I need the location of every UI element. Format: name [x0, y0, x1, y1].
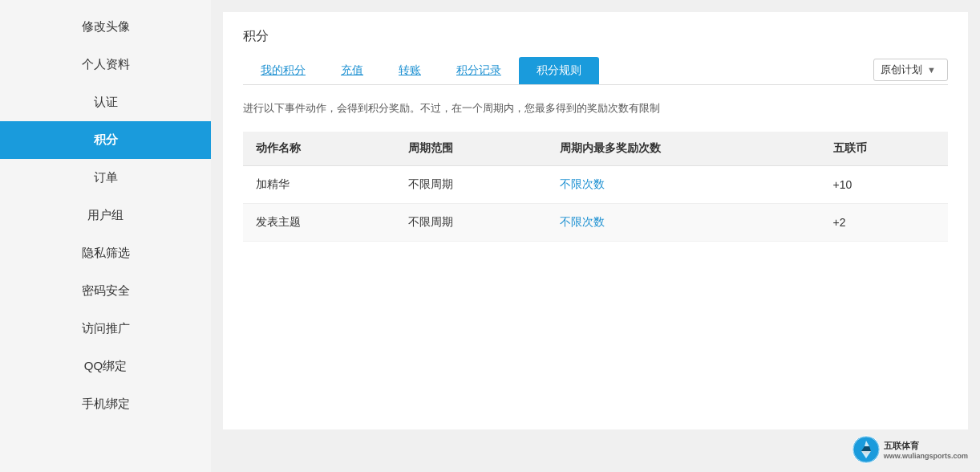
- footer-logo: 五联体育 www.wuliangsports.com: [852, 435, 968, 464]
- rules-table: 动作名称周期范围周期内最多奖励次数五联币 加精华不限周期不限次数+10发表主题不…: [243, 132, 948, 242]
- dropdown-arrow-icon: ▼: [927, 65, 936, 75]
- main-content: 积分 我的积分充值转账积分记录积分规则 原创计划 ▼ 进行以下事件动作，会得到积…: [211, 0, 980, 472]
- tab-recharge[interactable]: 充值: [323, 57, 381, 84]
- table-header-coin: 五联币: [820, 132, 948, 166]
- sidebar-item-qq[interactable]: QQ绑定: [0, 348, 211, 385]
- sidebar-item-promotion[interactable]: 访问推广: [0, 310, 211, 348]
- dropdown-label: 原创计划: [881, 63, 922, 77]
- cell-cycle: 不限周期: [395, 204, 548, 242]
- cell-coin: +10: [820, 166, 948, 204]
- sidebar-item-phone[interactable]: 手机绑定: [0, 385, 211, 423]
- description-text: 进行以下事件动作，会得到积分奖励。不过，在一个周期内，您最多得到的奖励次数有限制: [243, 101, 948, 116]
- tab-mypoints[interactable]: 我的积分: [243, 57, 323, 84]
- logo-site-name: 五联体育: [884, 440, 968, 452]
- cell-cycle: 不限周期: [395, 166, 548, 204]
- table-header-action: 动作名称: [243, 132, 395, 166]
- sidebar-item-privacy[interactable]: 隐私筛选: [0, 234, 211, 272]
- table-body: 加精华不限周期不限次数+10发表主题不限周期不限次数+2: [243, 166, 948, 242]
- table-header-limit: 周期内最多奖励次数: [547, 132, 820, 166]
- table-row: 加精华不限周期不限次数+10: [243, 166, 948, 204]
- sidebar-item-verify[interactable]: 认证: [0, 83, 211, 121]
- sidebar-item-avatar[interactable]: 修改头像: [0, 8, 211, 46]
- logo-ball-icon: [852, 435, 881, 464]
- cell-limit: 不限次数: [547, 204, 820, 242]
- table-row: 发表主题不限周期不限次数+2: [243, 204, 948, 242]
- sidebar-item-orders[interactable]: 订单: [0, 159, 211, 197]
- page-title: 积分: [243, 28, 948, 45]
- sidebar-item-profile[interactable]: 个人资料: [0, 46, 211, 83]
- sidebar-item-security[interactable]: 密码安全: [0, 272, 211, 310]
- sidebar: 修改头像个人资料认证积分订单用户组隐私筛选密码安全访问推广QQ绑定手机绑定: [0, 0, 211, 472]
- dropdown-select[interactable]: 原创计划 ▼: [873, 59, 948, 81]
- tab-rules[interactable]: 积分规则: [519, 57, 599, 84]
- sidebar-item-points[interactable]: 积分: [0, 121, 211, 159]
- table-header-cycle: 周期范围: [395, 132, 548, 166]
- cell-limit: 不限次数: [547, 166, 820, 204]
- cell-action: 发表主题: [243, 204, 395, 242]
- table-header: 动作名称周期范围周期内最多奖励次数五联币: [243, 132, 948, 166]
- logo-site-url: www.wuliangsports.com: [884, 452, 968, 460]
- tabs-bar: 我的积分充值转账积分记录积分规则 原创计划 ▼: [243, 57, 948, 85]
- tab-history[interactable]: 积分记录: [439, 57, 519, 84]
- sidebar-item-usergroup[interactable]: 用户组: [0, 197, 211, 234]
- tab-transfer[interactable]: 转账: [381, 57, 439, 84]
- cell-coin: +2: [820, 204, 948, 242]
- content-box: 积分 我的积分充值转账积分记录积分规则 原创计划 ▼ 进行以下事件动作，会得到积…: [223, 12, 968, 429]
- cell-action: 加精华: [243, 166, 395, 204]
